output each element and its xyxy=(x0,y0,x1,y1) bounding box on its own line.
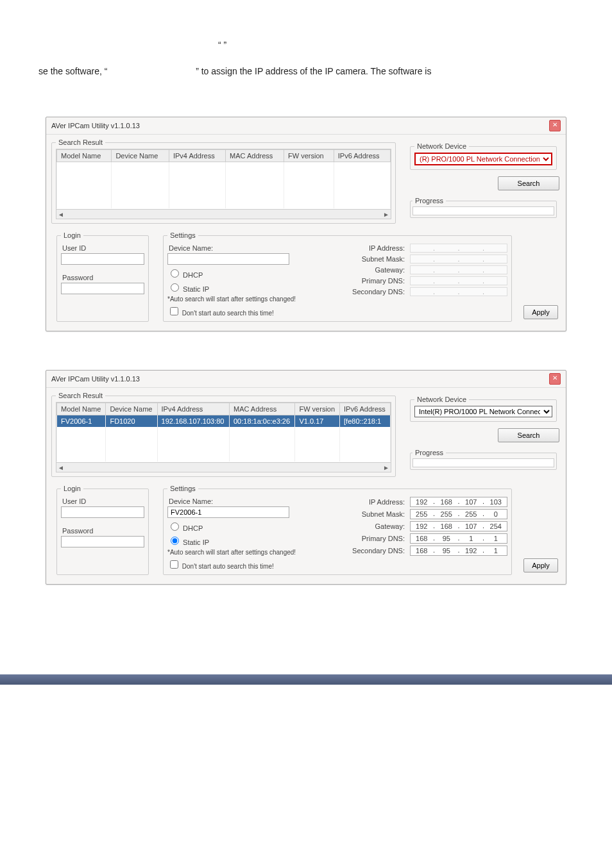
password-input[interactable] xyxy=(61,536,144,547)
gateway-input[interactable]: 192.168.107.254 xyxy=(410,521,507,531)
network-device-select[interactable]: (R) PRO/1000 PL Network Connection xyxy=(414,153,552,165)
sdns-label: Secondary DNS: xyxy=(347,288,405,296)
col-model[interactable]: Model Name xyxy=(57,150,112,162)
progress-bar xyxy=(412,206,554,215)
dhcp-radio[interactable] xyxy=(171,269,179,278)
table-row xyxy=(57,174,391,185)
no-auto-search-label: Don't start auto search this time! xyxy=(182,310,274,317)
search-result-legend: Search Result xyxy=(56,138,105,146)
h-scrollbar[interactable]: ◄► xyxy=(56,462,391,472)
col-ipv6[interactable]: IPv6 Address xyxy=(340,403,391,415)
col-device[interactable]: Device Name xyxy=(112,150,169,162)
apply-button[interactable]: Apply xyxy=(523,558,558,572)
login-legend: Login xyxy=(61,231,83,239)
network-device-select[interactable]: Intel(R) PRO/1000 PL Network Connec xyxy=(414,406,552,417)
table-row[interactable]: FV2006-1 FD1020 192.168.107.103:80 00:18… xyxy=(57,415,391,428)
results-table[interactable]: Model Name Device Name IPv4 Address MAC … xyxy=(56,402,391,472)
password-label: Password xyxy=(62,527,144,535)
user-id-input[interactable] xyxy=(61,253,144,265)
pdns-input[interactable]: ... xyxy=(410,276,507,285)
subnet-label: Subnet Mask: xyxy=(347,510,405,518)
col-ipv6[interactable]: IPv6 Address xyxy=(334,150,390,162)
subnet-input[interactable]: 255.255.255.0 xyxy=(410,509,507,519)
network-device-legend: Network Device xyxy=(414,396,469,403)
col-fw[interactable]: FW version xyxy=(295,403,340,415)
auto-search-note: *Auto search will start after settings c… xyxy=(167,549,334,556)
pdns-label: Primary DNS: xyxy=(347,277,405,285)
page-footer-bar xyxy=(0,674,612,685)
gateway-input[interactable]: ... xyxy=(410,265,507,274)
apply-button[interactable]: Apply xyxy=(523,305,558,319)
dhcp-radio[interactable] xyxy=(171,522,179,531)
progress-group: Progress xyxy=(410,449,557,470)
login-group: Login User ID Password xyxy=(56,231,149,322)
results-table[interactable]: Model Name Device Name IPv4 Address MAC … xyxy=(56,149,391,219)
sdns-label: Secondary DNS: xyxy=(347,547,405,555)
login-group: Login User ID Password xyxy=(56,485,149,575)
col-mac[interactable]: MAC Address xyxy=(226,150,284,162)
static-radio[interactable] xyxy=(171,537,179,545)
subnet-input[interactable]: ... xyxy=(410,255,507,263)
h-scrollbar[interactable]: ◄► xyxy=(56,209,391,219)
device-name-input[interactable] xyxy=(167,253,289,265)
table-row xyxy=(57,438,391,450)
sdns-input[interactable]: ... xyxy=(410,287,507,296)
dhcp-label: DHCP xyxy=(183,271,203,279)
no-auto-search-checkbox[interactable] xyxy=(170,560,178,569)
subnet-label: Subnet Mask: xyxy=(347,255,405,263)
progress-bar xyxy=(412,458,554,467)
ip-address-input[interactable]: 192.168.107.103 xyxy=(410,497,507,507)
table-row xyxy=(57,450,391,462)
settings-legend: Settings xyxy=(167,231,198,239)
auto-search-note: *Auto search will start after settings c… xyxy=(167,296,334,303)
window1-title: AVer IPCam Utility v1.1.0.13 xyxy=(51,122,140,129)
password-label: Password xyxy=(62,274,144,281)
device-name-input[interactable] xyxy=(167,506,289,518)
dhcp-label: DHCP xyxy=(183,524,203,532)
ip-address-input[interactable]: ... xyxy=(410,244,507,253)
ip-address-label: IP Address: xyxy=(347,498,405,506)
static-radio[interactable] xyxy=(171,283,179,292)
col-fw[interactable]: FW version xyxy=(284,150,334,162)
table-row xyxy=(57,427,391,438)
login-legend: Login xyxy=(61,485,83,492)
intro-quote-marks: “ ” xyxy=(218,38,574,52)
search-result-group: Search Result Model Name Device Name IPv… xyxy=(51,138,396,224)
search-result-group: Search Result Model Name Device Name IPv… xyxy=(51,392,396,477)
user-id-input[interactable] xyxy=(61,506,144,518)
ipcam-utility-window-1: AVer IPCam Utility v1.1.0.13 ✕ Search Re… xyxy=(46,117,566,331)
ipcam-utility-window-2: AVer IPCam Utility v1.1.0.13 ✕ Search Re… xyxy=(46,370,566,585)
ip-address-label: IP Address: xyxy=(347,244,405,252)
close-icon[interactable]: ✕ xyxy=(549,373,561,385)
col-model[interactable]: Model Name xyxy=(57,403,106,415)
intro-line2-prefix: se the software, “ xyxy=(38,66,107,76)
device-name-label: Device Name: xyxy=(169,244,334,252)
col-ipv4[interactable]: IPv4 Address xyxy=(157,403,229,415)
sdns-input[interactable]: 168.95.192.1 xyxy=(410,546,507,556)
intro-line2-suffix: ” to assign the IP address of the IP cam… xyxy=(196,66,431,76)
no-auto-search-checkbox[interactable] xyxy=(170,307,178,315)
gateway-label: Gateway: xyxy=(347,266,405,274)
search-button[interactable]: Search xyxy=(498,428,559,442)
col-ipv4[interactable]: IPv4 Address xyxy=(169,150,225,162)
network-device-group: Network Device Intel(R) PRO/1000 PL Netw… xyxy=(410,396,557,422)
gateway-label: Gateway: xyxy=(347,522,405,530)
static-label: Static IP xyxy=(183,285,209,293)
network-device-group: Network Device (R) PRO/1000 PL Network C… xyxy=(410,142,557,170)
col-mac[interactable]: MAC Address xyxy=(229,403,294,415)
col-device[interactable]: Device Name xyxy=(106,403,157,415)
search-button[interactable]: Search xyxy=(498,176,559,190)
user-id-label: User ID xyxy=(62,497,144,505)
search-result-legend: Search Result xyxy=(56,392,105,399)
progress-legend: Progress xyxy=(412,197,446,204)
table-row xyxy=(57,197,391,208)
no-auto-search-label: Don't start auto search this time! xyxy=(182,563,274,570)
pdns-input[interactable]: 168.95.1.1 xyxy=(410,533,507,544)
user-id-label: User ID xyxy=(62,244,144,252)
table-row xyxy=(57,162,391,174)
close-icon[interactable]: ✕ xyxy=(549,120,561,131)
settings-group: Settings Device Name: DHCP Static IP *Au… xyxy=(163,231,512,322)
password-input[interactable] xyxy=(61,283,144,294)
table-row xyxy=(57,185,391,197)
settings-group: Settings Device Name: DHCP Static IP *Au… xyxy=(163,485,512,575)
